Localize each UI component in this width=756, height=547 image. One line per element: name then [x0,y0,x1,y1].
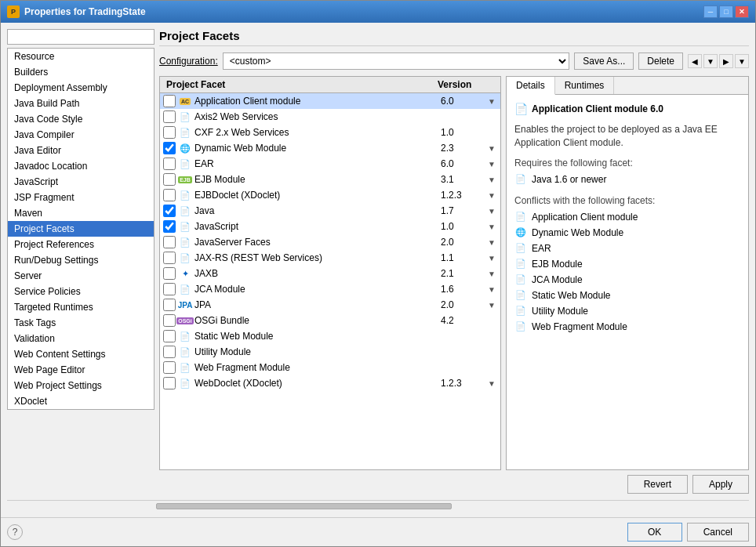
close-button[interactable]: ✕ [735,5,749,18]
sidebar-item-javascript[interactable]: JavaScript [8,174,154,190]
facet-checkbox-utility-module[interactable] [163,346,176,358]
delete-button[interactable]: Delete [638,53,683,70]
facet-row[interactable]: 📄WebDoclet (XDoclet)1.2.3▼ [160,375,500,391]
sidebar-item-service-policies[interactable]: Service Policies [8,284,154,299]
forward-dropdown[interactable]: ▼ [703,54,718,68]
facet-version-arrow[interactable]: ▼ [488,285,500,294]
sidebar-item-java-compiler[interactable]: Java Compiler [8,127,154,143]
facet-checkbox-java[interactable] [163,205,176,217]
sidebar-item-deployment-assembly[interactable]: Deployment Assembly [8,80,154,96]
facet-version-arrow[interactable]: ▼ [488,160,500,168]
facet-row[interactable]: 📄Java1.7▼ [160,203,500,219]
facet-checkbox-ear[interactable] [163,158,176,170]
facet-version-arrow[interactable]: ▼ [488,191,500,200]
facet-row[interactable]: 📄Static Web Module [160,328,500,344]
facet-row[interactable]: 📄JavaScript1.0▼ [160,219,500,234]
facet-version-arrow[interactable]: ▼ [488,254,500,263]
facet-version-arrow[interactable]: ▼ [488,223,500,231]
facet-row[interactable]: 📄Utility Module [160,344,500,360]
horizontal-scrollbar[interactable] [7,500,749,511]
forward-arrow[interactable]: ▶ [719,54,733,68]
scrollbar-thumb[interactable] [156,503,452,509]
minimize-button[interactable]: ─ [703,5,718,18]
forward-dropdown2[interactable]: ▼ [735,54,749,68]
facet-checkbox-jax-rs-(rest-web-services)[interactable] [163,252,176,264]
sidebar-item-javadoc-location[interactable]: Javadoc Location [8,158,154,174]
help-button[interactable]: ? [7,524,23,540]
tab-details[interactable]: Details [507,77,555,95]
sidebar-item-targeted-runtimes[interactable]: Targeted Runtimes [8,299,154,315]
facet-checkbox-cxf-2.x-web-services[interactable] [163,126,176,139]
facet-table-header: Project Facet Version [160,77,500,93]
facet-row[interactable]: JPAJPA2.0▼ [160,297,500,313]
facet-row[interactable]: OSGiOSGi Bundle4.2 [160,313,500,328]
maximize-button[interactable]: □ [719,5,733,18]
sidebar-item-java-code-style[interactable]: Java Code Style [8,111,154,127]
revert-button[interactable]: Revert [627,475,688,494]
facet-version: 2.0 [441,299,488,310]
config-dropdown[interactable]: <custom> [223,53,570,70]
conflicts-item: 📄EJB Module [514,256,740,272]
sidebar-search-input[interactable] [7,29,154,45]
conflicts-item: 📄JCA Module [514,272,740,288]
facet-version-arrow[interactable]: ▼ [488,301,500,310]
sidebar-item-run/debug-settings[interactable]: Run/Debug Settings [8,252,154,268]
facet-row[interactable]: 📄EAR6.0▼ [160,156,500,172]
tab-runtimes[interactable]: Runtimes [555,77,615,94]
facet-version-arrow[interactable]: ▼ [488,144,500,153]
facet-row[interactable]: 📄JCA Module1.6▼ [160,281,500,297]
facet-row[interactable]: ✦JAXB2.1▼ [160,266,500,281]
sidebar-item-resource[interactable]: Resource [8,49,154,64]
sidebar-item-java-editor[interactable]: Java Editor [8,143,154,158]
cancel-button[interactable]: Cancel [687,523,749,542]
facet-version-arrow[interactable]: ▼ [488,270,500,278]
sidebar-item-maven[interactable]: Maven [8,205,154,221]
facet-checkbox-application-client-module[interactable] [163,95,176,107]
conflicts-item: 📄Web Fragment Module [514,319,740,335]
back-arrow[interactable]: ◀ [688,54,702,68]
facet-checkbox-jca-module[interactable] [163,283,176,295]
details-tabs: Details Runtimes [507,77,748,95]
sidebar-item-validation[interactable]: Validation [8,331,154,346]
apply-button[interactable]: Apply [692,475,749,494]
facet-version-arrow[interactable]: ▼ [488,207,500,216]
sidebar-item-xdoclet[interactable]: XDoclet [8,393,154,409]
facet-checkbox-osgi-bundle[interactable] [163,314,176,327]
facet-version-arrow[interactable]: ▼ [488,176,500,184]
sidebar-item-web-project-settings[interactable]: Web Project Settings [8,378,154,393]
facet-row[interactable]: ACApplication Client module6.0▼ [160,93,500,109]
sidebar-item-web-page-editor[interactable]: Web Page Editor [8,362,154,378]
facet-checkbox-jpa[interactable] [163,299,176,311]
facet-row[interactable]: 🌐Dynamic Web Module2.3▼ [160,140,500,156]
facet-checkbox-ejbdoclet-(xdoclet)[interactable] [163,189,176,201]
facet-row[interactable]: 📄Web Fragment Module [160,360,500,375]
sidebar-item-builders[interactable]: Builders [8,64,154,80]
sidebar-item-java-build-path[interactable]: Java Build Path [8,96,154,111]
facet-checkbox-webdoclet-(xdoclet)[interactable] [163,377,176,389]
sidebar-item-jsp-fragment[interactable]: JSP Fragment [8,190,154,205]
sidebar-item-project-facets[interactable]: Project Facets [8,221,154,237]
sidebar-item-project-references[interactable]: Project References [8,237,154,252]
facet-checkbox-static-web-module[interactable] [163,330,176,342]
sidebar-item-web-content-settings[interactable]: Web Content Settings [8,346,154,362]
sidebar-item-task-tags[interactable]: Task Tags [8,315,154,331]
facet-checkbox-javaserver-faces[interactable] [163,236,176,248]
ok-button[interactable]: OK [627,523,682,542]
facet-row[interactable]: 📄EJBDoclet (XDoclet)1.2.3▼ [160,187,500,203]
facet-checkbox-dynamic-web-module[interactable] [163,142,176,154]
facet-row[interactable]: EJBEJB Module3.1▼ [160,172,500,187]
save-as-button[interactable]: Save As... [574,53,634,70]
facet-checkbox-jaxb[interactable] [163,267,176,280]
sidebar-item-server[interactable]: Server [8,268,154,284]
facet-row[interactable]: 📄JAX-RS (REST Web Services)1.1▼ [160,250,500,266]
facet-checkbox-web-fragment-module[interactable] [163,361,176,374]
facet-row[interactable]: 📄Axis2 Web Services [160,109,500,125]
facet-version-arrow[interactable]: ▼ [488,238,500,247]
facet-checkbox-javascript[interactable] [163,220,176,233]
facet-version-arrow[interactable]: ▼ [488,97,500,106]
facet-version-arrow[interactable]: ▼ [488,379,500,388]
facet-row[interactable]: 📄JavaServer Faces2.0▼ [160,234,500,250]
facet-checkbox-axis2-web-services[interactable] [163,110,176,123]
facet-row[interactable]: 📄CXF 2.x Web Services1.0 [160,125,500,140]
facet-checkbox-ejb-module[interactable] [163,173,176,186]
